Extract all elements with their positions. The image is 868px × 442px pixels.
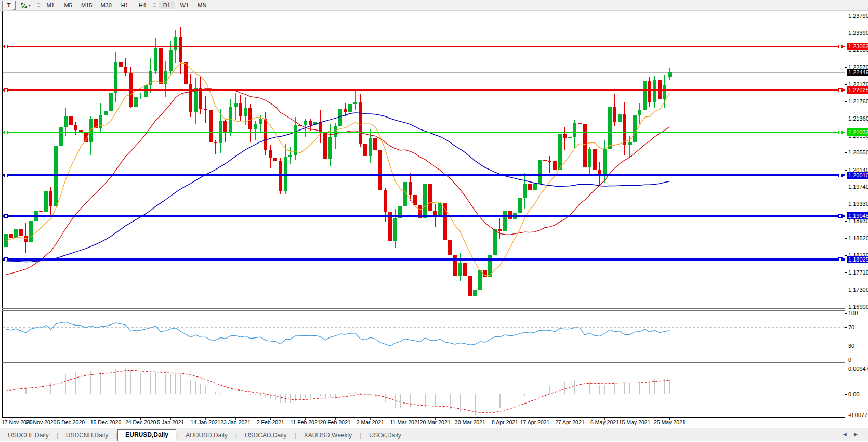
tab-usoil-daily[interactable]: USOil,Daily	[361, 430, 409, 441]
level-price-badge: 1.22025	[847, 86, 868, 94]
price-tick-label: 1.17300	[848, 287, 868, 293]
rsi-tick-label: 30	[848, 343, 854, 349]
price-tick-label: 1.17710	[848, 269, 868, 276]
date-tick-label: 11 Feb 2021	[290, 419, 320, 425]
date-tick-label: 2 Mar 2021	[357, 419, 384, 425]
date-tick-label: 17 Apr 2021	[520, 419, 550, 425]
date-tick-label: 5 Jan 2021	[157, 419, 184, 425]
tab-scroll-arrows: ◀ ▶	[843, 432, 861, 437]
level-price-badge: 1.19048	[847, 212, 868, 219]
date-tick-label: 20 Mar 2021	[420, 419, 451, 425]
level-price-badge: 1.23062	[847, 43, 868, 50]
date-tick-label: 5 Dec 2020	[57, 419, 85, 425]
tab-xauusd-weekly[interactable]: XAUUSD,Weekly	[296, 430, 360, 441]
date-tick-label: 11 Mar 2021	[390, 419, 420, 425]
tab-scroll-left-icon[interactable]: ◀	[843, 432, 850, 437]
date-tick-label: 14 Jan 2021	[191, 419, 221, 425]
tab-eurusd-daily[interactable]: EURUSD,Daily	[117, 429, 176, 441]
date-tick-label: 27 Apr 2021	[555, 419, 585, 425]
date-tick-label: 15 May 2021	[619, 419, 651, 425]
tab-usdchf-daily[interactable]: USDCHF,Daily	[0, 430, 57, 441]
date-tick-label: 15 Dec 2020	[90, 419, 122, 425]
date-tick-label: 2 Feb 2021	[257, 419, 284, 425]
tab-audusd-daily[interactable]: AUDUSD,Daily	[178, 430, 235, 441]
chart-tab-bar: USDCHF,Daily|USDCNH,Daily|EURUSD,Daily|A…	[0, 428, 868, 441]
level-price-badge: 1.21032	[847, 128, 868, 136]
date-tick-label: 6 May 2021	[590, 419, 619, 425]
rsi-tick-label: 0	[848, 357, 851, 363]
price-tick-label: 1.21360	[848, 115, 868, 122]
date-tick-label: 24 Dec 2020	[125, 419, 156, 425]
tab-usdcnh-daily[interactable]: USDCNH,Daily	[58, 430, 116, 441]
date-tick-label: 20 Feb 2021	[320, 419, 351, 425]
date-tick-label: 8 Apr 2021	[492, 419, 518, 425]
current-price-badge: 1.22449	[847, 69, 868, 76]
rsi-tick-label: 70	[848, 324, 854, 331]
macd-tick-label: 0.00	[848, 391, 859, 398]
tab-scroll-right-icon[interactable]: ▶	[854, 432, 861, 437]
macd-tick-label: 0.009478	[848, 366, 868, 372]
rsi-tick-label: 100	[848, 310, 858, 317]
tab-usdcad-daily[interactable]: USDCAD,Daily	[237, 430, 295, 441]
terminal-window: T ▾ M1M5M15M30H1H4D1W1MN ▼EURUSD,Daily 1…	[0, 0, 868, 442]
date-tick-label: 26 Nov 2020	[25, 419, 57, 425]
price-tick-label: 1.23390	[848, 30, 868, 36]
date-tick-label: 30 Mar 2021	[455, 419, 485, 425]
level-price-badge: 1.20010	[847, 172, 868, 179]
price-tick-label: 1.21760	[848, 98, 868, 105]
price-tick-label: 1.20550	[848, 149, 868, 156]
date-tick-label: 25 May 2021	[654, 419, 686, 425]
price-tick-label: 1.18520	[848, 235, 868, 242]
macd-tick-label: -0.007778	[848, 412, 868, 419]
price-tick-label: 1.23790	[848, 12, 868, 19]
price-tick-label: 1.19740	[848, 184, 868, 190]
date-tick-label: 23 Jan 2021	[220, 419, 251, 425]
price-tick-label: 1.19330	[848, 201, 868, 207]
level-price-badge: 1.18025	[847, 256, 868, 263]
